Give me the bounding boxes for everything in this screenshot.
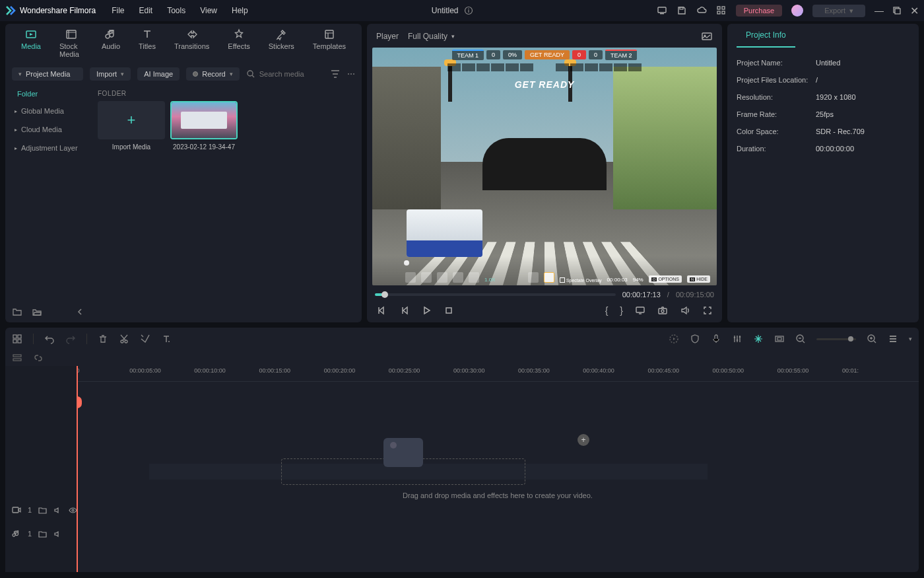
- chevron-down-icon[interactable]: ▾: [909, 336, 912, 342]
- text-icon[interactable]: [161, 334, 172, 344]
- svg-rect-39: [13, 359, 21, 361]
- display-icon[interactable]: [635, 305, 645, 316]
- tab-media[interactable]: Media: [21, 28, 41, 62]
- delete-icon[interactable]: [98, 334, 108, 344]
- marker-shield-icon[interactable]: [690, 334, 700, 344]
- filter-icon[interactable]: [330, 69, 341, 79]
- minimize-icon[interactable]: —: [874, 5, 884, 16]
- track-size-icon[interactable]: [888, 334, 898, 344]
- sidebar-global-media[interactable]: ▸Global Media: [5, 102, 91, 120]
- timeline-dropzone[interactable]: +: [281, 458, 525, 485]
- search-media[interactable]: [246, 69, 323, 79]
- tab-stickers[interactable]: Stickers: [269, 28, 294, 62]
- apps-icon[interactable]: [716, 5, 727, 16]
- record-dot-icon: [193, 71, 198, 77]
- menu-help[interactable]: Help: [232, 6, 248, 15]
- audio-mixer-icon[interactable]: [732, 334, 742, 344]
- fullscreen-icon[interactable]: [702, 305, 713, 316]
- track-folder-icon[interactable]: [38, 530, 47, 538]
- track-folder-icon[interactable]: [38, 506, 47, 515]
- tab-templates[interactable]: Templates: [313, 28, 346, 62]
- snapshot-preview-icon[interactable]: [701, 30, 713, 42]
- export-button[interactable]: Export▾: [812, 5, 865, 17]
- chevron-right-icon: ▸: [15, 127, 17, 133]
- cut-icon[interactable]: [119, 334, 129, 344]
- tab-effects[interactable]: Effects: [228, 28, 249, 62]
- auto-ripple-icon[interactable]: [753, 334, 764, 344]
- new-folder-icon[interactable]: [12, 307, 22, 317]
- cloud-icon[interactable]: [696, 5, 707, 16]
- ai-image-button[interactable]: AI Image: [137, 67, 180, 81]
- save-icon[interactable]: [676, 5, 687, 16]
- timeline-ruler[interactable]: 00:00 00:00:05:00 00:00:10:00 00:00:15:0…: [77, 366, 919, 382]
- more-icon[interactable]: ⋯: [347, 69, 355, 79]
- search-input[interactable]: [259, 70, 323, 78]
- open-folder-icon[interactable]: [32, 307, 42, 317]
- maximize-icon[interactable]: [893, 7, 901, 15]
- zoom-slider[interactable]: [816, 338, 856, 340]
- tab-transitions[interactable]: Transitions: [174, 28, 209, 62]
- render-icon[interactable]: [669, 334, 679, 344]
- info-value: SDR - Rec.709: [816, 127, 865, 135]
- track-manager-icon[interactable]: [12, 353, 22, 363]
- sidebar-adjustment-layer[interactable]: ▸Adjustment Layer: [5, 139, 91, 157]
- menu-view[interactable]: View: [200, 6, 217, 15]
- label: Cloud Media: [21, 126, 62, 133]
- seek-handle[interactable]: [381, 291, 388, 298]
- tab-titles[interactable]: Titles: [139, 28, 156, 62]
- play-icon[interactable]: [421, 305, 432, 316]
- menu-edit[interactable]: Edit: [139, 6, 153, 15]
- volume-icon[interactable]: [680, 305, 690, 316]
- menu-tools[interactable]: Tools: [167, 6, 185, 15]
- svg-rect-11: [895, 9, 900, 14]
- snapshot-icon[interactable]: [657, 305, 668, 316]
- user-avatar[interactable]: [791, 5, 803, 17]
- audio-track-header[interactable]: 1: [5, 522, 77, 546]
- folder-link[interactable]: Folder: [5, 86, 91, 102]
- redo-icon[interactable]: [65, 334, 76, 344]
- voiceover-icon[interactable]: [711, 334, 721, 344]
- track-mute-icon[interactable]: [53, 530, 62, 538]
- seek-bar[interactable]: [375, 293, 616, 296]
- close-icon[interactable]: ✕: [910, 5, 919, 17]
- video-track-header[interactable]: 1: [5, 498, 77, 522]
- tab-audio[interactable]: Audio: [102, 28, 120, 62]
- import-media-cell[interactable]: + Import Media: [98, 101, 165, 151]
- timeline-tracks[interactable]: 00:00 00:00:05:00 00:00:10:00 00:00:15:0…: [77, 366, 919, 572]
- zoom-in-icon[interactable]: [867, 334, 877, 344]
- track-mute-icon[interactable]: [53, 506, 62, 515]
- playhead-handle[interactable]: [77, 396, 82, 408]
- templates-icon: [323, 28, 336, 41]
- layout-icon[interactable]: [12, 334, 22, 344]
- svg-point-33: [739, 336, 741, 338]
- step-back-icon[interactable]: [399, 305, 409, 316]
- mark-in-icon[interactable]: {: [605, 305, 609, 316]
- link-icon[interactable]: [33, 353, 44, 363]
- crop-icon[interactable]: [140, 334, 150, 344]
- tab-project-info[interactable]: Project Info: [737, 24, 795, 48]
- device-icon[interactable]: [657, 5, 667, 16]
- purchase-button[interactable]: Purchase: [736, 5, 782, 17]
- zoom-handle[interactable]: [848, 336, 853, 342]
- svg-point-41: [72, 509, 74, 511]
- import-dropdown[interactable]: Import▾: [90, 67, 131, 81]
- sidebar-cloud-media[interactable]: ▸Cloud Media: [5, 120, 91, 139]
- stop-icon[interactable]: [444, 305, 454, 316]
- record-dropdown[interactable]: Record▾: [186, 67, 239, 81]
- media-clip[interactable]: 2023-02-12 19-34-47: [170, 101, 238, 151]
- document-info-icon[interactable]: [464, 6, 473, 15]
- undo-icon[interactable]: [44, 334, 55, 344]
- project-media-dropdown[interactable]: ▾Project Media: [12, 67, 83, 81]
- mark-out-icon[interactable]: }: [620, 305, 623, 316]
- aspect-icon[interactable]: [774, 334, 785, 344]
- quality-dropdown[interactable]: Full Quality▾: [408, 32, 455, 41]
- ruler-tick: 00:00:40:00: [583, 367, 614, 374]
- info-row: Color Space:SDR - Rec.709: [737, 123, 909, 140]
- zoom-out-icon[interactable]: [795, 334, 806, 344]
- collapse-sidebar-icon[interactable]: [75, 307, 84, 316]
- video-preview[interactable]: TEAM 1 0 0% GET READY 0 0 TEAM 2 GET REA…: [372, 48, 717, 285]
- tab-stock-media[interactable]: Stock Media: [59, 28, 83, 62]
- prev-frame-icon[interactable]: [376, 305, 387, 316]
- menu-file[interactable]: File: [112, 6, 124, 15]
- label: Import: [96, 70, 117, 78]
